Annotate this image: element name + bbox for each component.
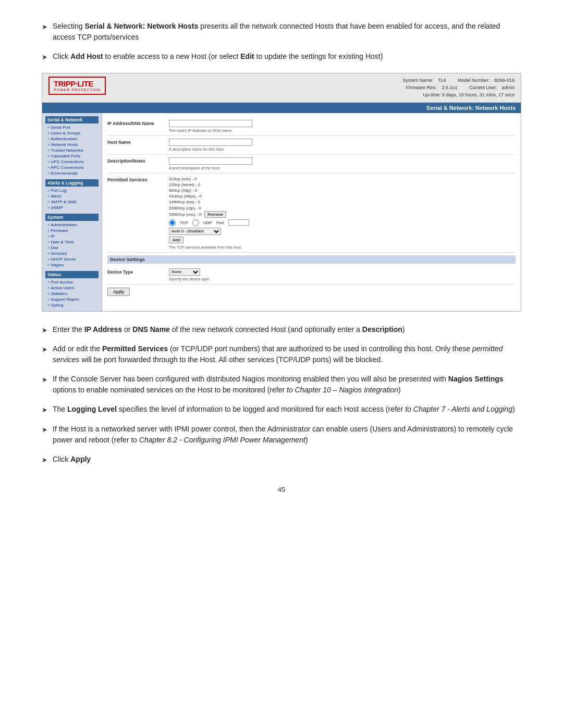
sidebar-item-administration[interactable]: Administration — [45, 222, 99, 228]
sidebar-section-system: System — [45, 214, 99, 221]
current-user-label: Current User: — [469, 85, 497, 90]
bold-nagios-settings: Nagios Settings — [448, 375, 504, 383]
sidebar-item-authentication[interactable]: Authentication — [45, 136, 99, 142]
description-label: Description/Notes — [107, 157, 165, 164]
bullet-text-4: Add or edit the Permitted Services (or T… — [53, 343, 521, 365]
host-name-hint: A descriptive name for this host. — [169, 147, 516, 152]
device-type-label: Device Type — [107, 268, 165, 275]
sidebar-section-serial-network: Serial & Network — [45, 116, 99, 124]
service-item-ica: 1494/tcp (ica) - 0 — [169, 199, 516, 205]
current-user-value: admin — [501, 85, 515, 90]
bullet-arrow-7: ➤ — [42, 425, 47, 435]
system-name-row: System Name: TL6 Model Number: B096-016 — [402, 77, 515, 84]
bullet-text-2: Click Add Host to enable access to a new… — [53, 51, 521, 62]
tcp-label: TCP — [180, 220, 188, 225]
service-item-vnc-row: 5900/tcp (vnc) - 0 Remove — [169, 211, 516, 218]
bold-dns-name: DNS Name — [132, 325, 170, 334]
bullet-arrow-6: ➤ — [42, 405, 47, 415]
bullet-item-7: ➤ If the Host is a networked server with… — [42, 424, 521, 446]
services-list: 22/tcp (ssh) - 0 23/tcp (telnet) - 0 80/… — [169, 176, 516, 218]
italic-chapter82: Chapter 8.2 - Configuring IPMI Power Man… — [139, 436, 305, 444]
apply-button[interactable]: Apply — [107, 288, 130, 296]
ui-title-bar: Serial & Network: Network Hosts — [42, 103, 521, 113]
sidebar-item-cascaded-ports[interactable]: Cascaded Ports — [45, 153, 99, 159]
sidebar-item-network-hosts[interactable]: Network Hosts — [45, 142, 99, 147]
bullet-arrow-1: ➤ — [42, 22, 47, 32]
sidebar-item-ups-connections[interactable]: UPS Connections — [45, 159, 99, 165]
bullet-item-8: ➤ Click Apply — [42, 454, 521, 465]
bullet-item-4: ➤ Add or edit the Permitted Services (or… — [42, 343, 521, 365]
tripp-lite-logo: TRIPP·LITE — [54, 80, 101, 89]
sidebar-section-status: Status — [45, 271, 99, 278]
sidebar-item-users-groups[interactable]: Users & Groups — [45, 130, 99, 136]
bullet-text-1: Selecting Serial & Network: Network Host… — [53, 21, 521, 43]
sidebar-item-firmware[interactable]: Firmware — [45, 228, 99, 233]
sidebar-item-services[interactable]: Services — [45, 251, 99, 256]
ip-address-field-area: The host's IP Address or DNS name. — [169, 120, 516, 133]
udp-radio[interactable] — [192, 219, 199, 226]
level-select[interactable]: level 0 - Disabled — [169, 228, 221, 235]
ip-address-input[interactable] — [169, 120, 252, 127]
host-name-input[interactable] — [169, 139, 252, 146]
bold-logging-level: Logging Level — [67, 405, 117, 413]
bullet-item-6: ➤ The Logging Level specifies the level … — [42, 404, 521, 415]
sidebar-item-alerts[interactable]: Alerts — [45, 193, 99, 199]
udp-label: UDP — [203, 220, 212, 225]
bullet-arrow-8: ➤ — [42, 455, 47, 465]
sidebar-item-ip[interactable]: IP — [45, 233, 99, 239]
sidebar-item-smtp-sms[interactable]: SMTP & SMS — [45, 199, 99, 205]
sidebar-section-alerts-logging: Alerts & Logging — [45, 179, 99, 187]
bullet-text-6: The Logging Level specifies the level of… — [53, 404, 521, 415]
bold-apply: Apply — [70, 455, 91, 463]
host-name-field-area: A descriptive name for this host. — [169, 139, 516, 152]
add-button[interactable]: Add — [169, 237, 183, 243]
bullet-item-1: ➤ Selecting Serial & Network: Network Ho… — [42, 21, 521, 43]
service-item-ssh: 22/tcp (ssh) - 0 — [169, 176, 516, 182]
ui-body: Serial & Network Serial Port Users & Gro… — [42, 113, 521, 311]
sidebar-item-trusted-networks[interactable]: Trusted Networks — [45, 147, 99, 153]
bold-add-host: Add Host — [70, 52, 103, 60]
form-row-permitted-services: Permitted Services 22/tcp (ssh) - 0 23/t… — [107, 174, 516, 253]
sidebar-item-syslog[interactable]: Syslog — [45, 302, 99, 308]
port-label: Port — [216, 220, 224, 225]
bullet-text-5: If the Console Server has been configure… — [53, 374, 521, 396]
system-name-label: System Name: — [402, 78, 433, 83]
remove-button[interactable]: Remove — [204, 211, 226, 218]
bold-description: Description — [362, 325, 402, 334]
bullet-item-5: ➤ If the Console Server has been configu… — [42, 374, 521, 396]
sidebar-item-statistics[interactable]: Statistics — [45, 291, 99, 297]
form-row-ip: IP Address/DNS Name The host's IP Addres… — [107, 117, 516, 136]
italic-chapter7: to Chapter 7 - Alerts and Logging — [405, 405, 512, 413]
sidebar-item-port-log[interactable]: Port Log — [45, 188, 99, 193]
tcp-radio[interactable] — [169, 219, 176, 226]
sidebar-item-environmental[interactable]: Environmental — [45, 170, 99, 176]
sidebar-item-serial-port[interactable]: Serial Port — [45, 125, 99, 130]
sidebar-item-snmp[interactable]: SNMP — [45, 205, 99, 211]
port-input[interactable] — [228, 219, 249, 226]
radio-row: TCP UDP Port — [169, 219, 516, 226]
sidebar-item-dhcp-server[interactable]: DHCP Server — [45, 256, 99, 262]
firmware-row: Firmware Rev.: 2.6.1u1 Current User: adm… — [402, 84, 515, 91]
model-number-value: B096-016 — [494, 78, 515, 83]
sidebar-item-dial[interactable]: Dial — [45, 245, 99, 251]
sidebar-item-date-time[interactable]: Date & Time — [45, 239, 99, 245]
device-type-hint: Specify the device type. — [169, 277, 516, 281]
device-type-select[interactable]: None — [169, 268, 200, 276]
sidebar-item-active-users[interactable]: Active Users — [45, 285, 99, 291]
sidebar-item-nagios[interactable]: Nagios — [45, 262, 99, 268]
form-row-device-type: Device Type None Specify the device type… — [107, 266, 516, 285]
bullet-text-7: If the Host is a networked server with I… — [53, 424, 521, 446]
sidebar-item-rpc-connections[interactable]: RPC Connections — [45, 165, 99, 170]
sidebar-item-port-access[interactable]: Port Access — [45, 279, 99, 285]
uptime-row: Up-time: 9 days, 19 hours, 31 mins, 17 s… — [402, 91, 515, 98]
ui-sidebar: Serial & Network Serial Port Users & Gro… — [42, 113, 102, 311]
services-hint: The TCP services available from this hos… — [169, 245, 516, 250]
firmware-label: Firmware Rev.: — [406, 85, 437, 90]
service-item-http: 80/tcp (http) - 0 — [169, 188, 516, 193]
sidebar-item-support-report[interactable]: Support Report — [45, 297, 99, 302]
description-input[interactable] — [169, 157, 252, 165]
italic-chapter10: to Chapter 10 – Nagios Integration — [287, 386, 398, 394]
device-settings-header: Device Settings — [107, 255, 516, 264]
bullet-arrow-4: ➤ — [42, 344, 47, 355]
bullet-text-3: Enter the IP Address or DNS Name of the … — [53, 324, 521, 335]
